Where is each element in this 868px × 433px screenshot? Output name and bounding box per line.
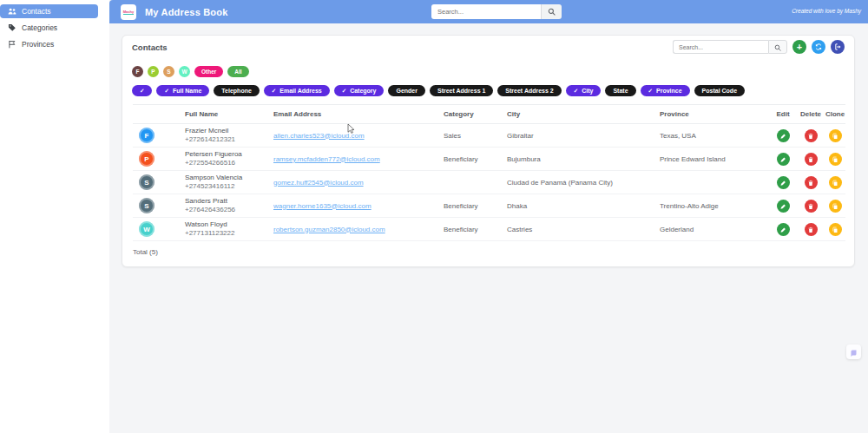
panel-search bbox=[673, 40, 787, 54]
col-email: Email Address bbox=[273, 105, 444, 124]
search-icon bbox=[548, 5, 556, 18]
avatar: W bbox=[139, 221, 155, 237]
contact-city: Castries bbox=[507, 218, 660, 241]
clone-button[interactable] bbox=[829, 200, 842, 213]
avatar: P bbox=[139, 151, 155, 167]
col-category: Category bbox=[444, 105, 507, 124]
check-icon: ✓ bbox=[272, 88, 276, 95]
check-icon: ✓ bbox=[574, 88, 578, 95]
copy-icon bbox=[832, 200, 838, 213]
email-link[interactable]: allen.charles523@icloud.com bbox=[273, 132, 365, 140]
clone-button[interactable] bbox=[829, 129, 842, 142]
edit-button[interactable] bbox=[777, 153, 790, 166]
contact-province: Trentino-Alto Adige bbox=[660, 194, 769, 218]
sidebar-item-label: Contacts bbox=[22, 7, 51, 16]
contacts-panel: Contacts + F P S W Other All ✓ ✓Full Nam… bbox=[122, 35, 855, 267]
total-count: Total (5) bbox=[133, 241, 844, 256]
contact-name: Petersen Figueroa bbox=[185, 150, 273, 159]
sidebar-item-label: Categories bbox=[22, 23, 57, 32]
clone-button[interactable] bbox=[829, 153, 842, 166]
contact-category: Beneficiary bbox=[444, 194, 507, 218]
add-contact-button[interactable]: + bbox=[792, 40, 806, 54]
contact-phone: +276426436256 bbox=[185, 206, 273, 214]
filter-chip[interactable]: W bbox=[179, 66, 190, 77]
sidebar-item-categories[interactable]: Categories bbox=[0, 21, 98, 35]
global-search-button[interactable] bbox=[541, 4, 562, 19]
global-search-input[interactable] bbox=[431, 4, 541, 19]
edit-button[interactable] bbox=[777, 176, 790, 189]
delete-button[interactable] bbox=[805, 153, 818, 166]
table-row: W Watson Floyd+277131123222 robertson.gu… bbox=[133, 218, 845, 241]
contact-city: Bujumbura bbox=[507, 148, 660, 171]
contact-city: Gibraltar bbox=[507, 124, 660, 148]
contact-phone: +274523416112 bbox=[185, 182, 273, 191]
delete-button[interactable] bbox=[805, 176, 818, 189]
panel-header: Contacts + bbox=[122, 36, 854, 58]
table-row: S Sampson Valencia+274523416112 gomez.hu… bbox=[133, 171, 845, 194]
delete-button[interactable] bbox=[805, 129, 818, 142]
contacts-table: Full Name Email Address Category City Pr… bbox=[133, 104, 844, 241]
toggle-state[interactable]: State bbox=[605, 85, 635, 96]
copy-icon bbox=[832, 129, 838, 142]
sidebar-item-provinces[interactable]: Provinces bbox=[0, 37, 98, 51]
edit-button[interactable] bbox=[777, 223, 790, 236]
email-link[interactable]: robertson.guzman2850@icloud.com bbox=[273, 226, 385, 233]
email-link[interactable]: gomez.huff2545@icloud.com bbox=[273, 179, 364, 187]
pencil-icon bbox=[779, 223, 786, 236]
edit-button[interactable] bbox=[777, 129, 790, 142]
trash-icon bbox=[807, 153, 814, 166]
filter-chip[interactable]: S bbox=[163, 66, 174, 77]
pencil-icon bbox=[779, 129, 786, 142]
toggle-street-address-1[interactable]: Street Address 1 bbox=[430, 85, 493, 96]
filter-chip-other[interactable]: Other bbox=[194, 66, 223, 77]
table-row: F Frazier Mcneil+272614212321 allen.char… bbox=[133, 124, 845, 148]
panel-search-button[interactable] bbox=[768, 40, 787, 54]
col-edit: Edit bbox=[769, 105, 797, 124]
table-header-row: Full Name Email Address Category City Pr… bbox=[133, 105, 845, 124]
filter-chip[interactable]: F bbox=[132, 66, 143, 77]
filter-chip[interactable]: P bbox=[148, 66, 159, 77]
col-full-name: Full Name bbox=[185, 105, 273, 124]
contact-category bbox=[444, 171, 507, 194]
edit-button[interactable] bbox=[777, 200, 790, 213]
clone-button[interactable] bbox=[829, 223, 842, 236]
col-city: City bbox=[507, 105, 660, 124]
copy-icon bbox=[832, 223, 838, 236]
app-title: My Address Book bbox=[145, 7, 228, 17]
logo-text: Mashy bbox=[123, 10, 134, 15]
toggle-province[interactable]: ✓Province bbox=[641, 85, 690, 96]
panel-title: Contacts bbox=[132, 43, 168, 52]
refresh-button[interactable] bbox=[812, 40, 825, 54]
toggle-email-address[interactable]: ✓Email Address bbox=[264, 85, 330, 96]
extension-icon bbox=[850, 344, 858, 360]
contact-category: Beneficiary bbox=[444, 218, 507, 241]
toggle-category[interactable]: ✓Category bbox=[334, 85, 385, 96]
table-row: S Sanders Pratt+276426436256 wagner.horn… bbox=[133, 194, 845, 218]
check-icon: ✓ bbox=[648, 88, 653, 95]
delete-button[interactable] bbox=[805, 200, 818, 213]
sidebar-item-contacts[interactable]: Contacts bbox=[0, 4, 98, 18]
toggle-postal-code[interactable]: Postal Code bbox=[694, 85, 745, 96]
email-link[interactable]: wagner.horne1635@icloud.com bbox=[273, 202, 372, 210]
toggle-all-columns[interactable]: ✓ bbox=[132, 85, 152, 96]
contact-category: Sales bbox=[444, 124, 507, 148]
filter-chip-all[interactable]: All bbox=[227, 66, 248, 77]
panel-search-input[interactable] bbox=[673, 40, 768, 54]
logout-button[interactable] bbox=[831, 40, 845, 54]
toggle-full-name[interactable]: ✓Full Name bbox=[156, 85, 209, 96]
sidebar: Contacts Categories Provinces bbox=[0, 0, 109, 433]
toggle-city[interactable]: ✓City bbox=[566, 85, 602, 96]
col-delete: Delete bbox=[797, 105, 825, 124]
delete-button[interactable] bbox=[805, 223, 818, 236]
toggle-gender[interactable]: Gender bbox=[388, 85, 425, 96]
contact-phone: +272554266516 bbox=[185, 159, 273, 167]
check-icon: ✓ bbox=[342, 88, 346, 95]
toggle-street-address-2[interactable]: Street Address 2 bbox=[497, 85, 561, 96]
floating-extension-widget[interactable] bbox=[846, 344, 861, 359]
email-link[interactable]: ramsey.mcfadden772@icloud.com bbox=[273, 155, 380, 163]
toggle-telephone[interactable]: Telephone bbox=[214, 85, 259, 96]
clone-button[interactable] bbox=[829, 176, 842, 189]
col-province: Province bbox=[660, 105, 769, 124]
avatar: S bbox=[139, 198, 155, 213]
contact-province bbox=[660, 171, 769, 194]
